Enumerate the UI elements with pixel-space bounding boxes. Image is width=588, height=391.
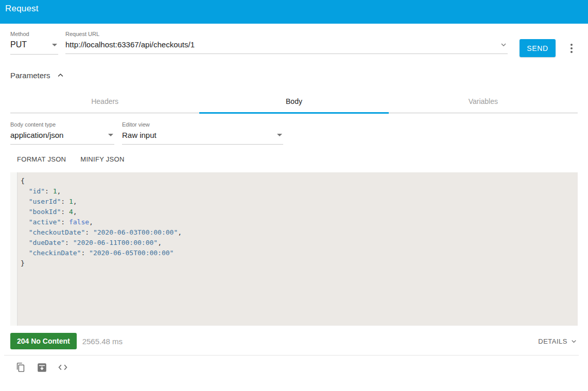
- chevron-down-icon: [570, 337, 578, 345]
- format-json-button[interactable]: FORMAT JSON: [17, 155, 66, 163]
- method-label: Method: [10, 31, 58, 37]
- editor-view-select[interactable]: Editor view Raw input: [122, 121, 283, 145]
- send-button[interactable]: SEND: [520, 39, 556, 57]
- json-body-editor[interactable]: { "id": 1, "userId": 1, "bookId": 4, "ac…: [10, 172, 578, 326]
- body-content-type-select[interactable]: Body content type application/json: [10, 121, 114, 145]
- status-badge: 204 No Content: [10, 333, 77, 349]
- tab-variables[interactable]: Variables: [389, 92, 578, 112]
- body-tabs: Headers Body Variables: [10, 92, 578, 114]
- editor-options-row: Body content type application/json Edito…: [10, 121, 578, 145]
- details-label: DETAILS: [538, 337, 567, 345]
- minify-json-button[interactable]: MINIFY JSON: [80, 155, 124, 163]
- dropdown-caret-icon: [52, 44, 57, 46]
- parameters-label: Parameters: [10, 71, 50, 80]
- page-title: Request: [5, 4, 39, 14]
- parameters-collapse-button[interactable]: [57, 72, 64, 79]
- editor-view-label: Editor view: [122, 121, 283, 128]
- method-value: PUT: [10, 40, 27, 49]
- save-archive-icon[interactable]: [36, 361, 48, 374]
- request-bar: Method PUT Request URL http://localhost:…: [10, 31, 578, 57]
- bottom-actions: [14, 361, 588, 374]
- json-toolbar: FORMAT JSON MINIFY JSON: [17, 155, 588, 163]
- details-button[interactable]: DETAILS: [538, 337, 578, 345]
- app-bar: Request: [0, 0, 588, 24]
- more-options-kebab-icon[interactable]: [565, 41, 578, 56]
- code-icon[interactable]: [57, 361, 69, 374]
- chevron-up-icon: [57, 72, 64, 79]
- dropdown-caret-icon: [108, 134, 113, 136]
- copy-icon[interactable]: [14, 361, 27, 374]
- request-url-label: Request URL: [65, 31, 508, 37]
- dropdown-caret-icon: [277, 134, 282, 136]
- tab-headers[interactable]: Headers: [10, 92, 199, 112]
- divider: [4, 355, 579, 356]
- editor-view-value: Raw input: [122, 131, 157, 139]
- request-url-field[interactable]: Request URL http://localhost:63367/api/c…: [65, 31, 508, 54]
- parameters-section-header: Parameters: [10, 71, 578, 80]
- request-url-input[interactable]: http://localhost:63367/api/checkouts/1: [65, 40, 195, 49]
- tab-body[interactable]: Body: [199, 92, 388, 112]
- url-suggestions-chevron-down-icon[interactable]: [499, 41, 508, 49]
- response-time: 2565.48 ms: [82, 337, 123, 346]
- body-content-type-value: application/json: [10, 131, 63, 139]
- body-content-type-label: Body content type: [10, 121, 114, 128]
- editor-gutter: [10, 172, 18, 326]
- response-status-row: 204 No Content 2565.48 ms DETAILS: [10, 333, 578, 349]
- method-select[interactable]: Method PUT: [10, 31, 58, 55]
- json-editor-code[interactable]: { "id": 1, "userId": 1, "bookId": 4, "ac…: [18, 172, 578, 326]
